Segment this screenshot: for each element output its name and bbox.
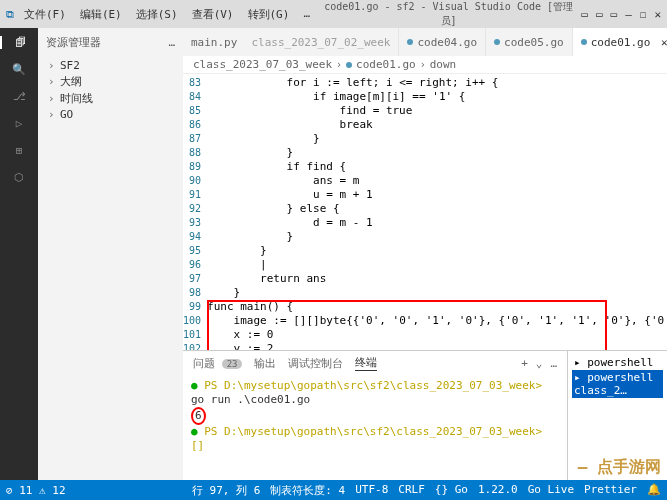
terminal[interactable]: ● PS D:\mysetup\gopath\src\sf2\class_202…: [183, 375, 567, 480]
breadcrumb[interactable]: class_2023_07_03_week› code01.go› down: [183, 56, 667, 74]
tree-label: 大纲: [60, 74, 82, 89]
status-go-version[interactable]: 1.22.0: [478, 483, 518, 498]
status-go-live[interactable]: Go Live: [528, 483, 574, 498]
menu-select[interactable]: 选择(S): [130, 5, 184, 24]
tree-label: SF2: [60, 59, 80, 72]
terminal-item[interactable]: ▸ powershell class_2…: [572, 370, 663, 398]
vscode-logo: ⧉: [6, 8, 14, 21]
menu-file[interactable]: 文件(F): [18, 5, 72, 24]
problems-badge: 23: [222, 359, 243, 369]
status-prettier[interactable]: Prettier: [584, 483, 637, 498]
terminal-list: ▸ powershell ▸ powershell class_2…: [567, 351, 667, 480]
status-problems[interactable]: ⊘ 11 ⚠ 12: [6, 484, 66, 497]
go-file-icon: [407, 39, 413, 45]
status-ln-col[interactable]: 行 97, 列 6: [192, 483, 260, 498]
go-file-icon: [494, 39, 500, 45]
sidebar-header: 资源管理器 …: [38, 28, 183, 56]
window-title: code01.go - sf2 - Visual Studio Code [管理…: [320, 0, 577, 28]
titlebar: ⧉ 文件(F) 编辑(E) 选择(S) 查看(V) 转到(G) … code01…: [0, 0, 667, 28]
tab-main-py[interactable]: main.py class_2023_07_02_week: [183, 28, 399, 56]
tree-item-timeline[interactable]: ›时间线: [48, 90, 173, 107]
editor-area: main.py class_2023_07_02_week code04.go …: [183, 28, 667, 480]
code-content[interactable]: for i := left; i <= right; i++ { if imag…: [207, 74, 667, 350]
tab-problems[interactable]: 问题 23: [193, 356, 242, 371]
terminal-item[interactable]: ▸ powershell: [572, 355, 663, 370]
tree-item-go[interactable]: ›GO: [48, 107, 173, 122]
search-icon[interactable]: 🔍: [12, 63, 26, 76]
tree-item-sf2[interactable]: ›SF2: [48, 58, 173, 73]
tab-debug-console[interactable]: 调试控制台: [288, 356, 343, 371]
extensions-icon[interactable]: ⊞: [16, 144, 23, 157]
status-indent[interactable]: 制表符长度: 4: [270, 483, 345, 498]
menu-bar: 文件(F) 编辑(E) 选择(S) 查看(V) 转到(G) …: [18, 5, 316, 24]
tab-code05[interactable]: code05.go: [486, 28, 573, 56]
bottom-panel: 问题 23 输出 调试控制台 终端 + ⌄ … ● PS D:\mysetup\…: [183, 350, 667, 480]
more-icon[interactable]: …: [550, 357, 557, 370]
sidebar: 资源管理器 … ›SF2 ›大纲 ›时间线 ›GO: [38, 28, 183, 480]
breadcrumb-item[interactable]: down: [430, 58, 457, 71]
tree-item-outline[interactable]: ›大纲: [48, 73, 173, 90]
close-tab-icon[interactable]: ✕: [654, 36, 667, 49]
menu-go[interactable]: 转到(G): [242, 5, 296, 24]
bell-icon[interactable]: 🔔: [647, 483, 661, 498]
editor-tabs: main.py class_2023_07_02_week code04.go …: [183, 28, 667, 56]
maximize-icon[interactable]: ☐: [640, 8, 647, 21]
source-control-icon[interactable]: ⎇: [13, 90, 26, 103]
breadcrumb-item[interactable]: class_2023_07_03_week: [193, 58, 332, 71]
breadcrumb-item[interactable]: code01.go: [356, 58, 416, 71]
output-highlight: 6: [191, 407, 206, 425]
add-terminal-icon[interactable]: +: [521, 357, 528, 370]
close-icon[interactable]: ✕: [654, 8, 661, 21]
remote-icon[interactable]: ⬡: [14, 171, 24, 184]
tab-terminal[interactable]: 终端: [355, 355, 377, 371]
line-gutter: 8384858687888990919293949596979899100101…: [183, 74, 207, 350]
menu-edit[interactable]: 编辑(E): [74, 5, 128, 24]
sidebar-toggle-icon[interactable]: ▭: [611, 8, 618, 21]
chevron-right-icon: ›: [48, 92, 56, 105]
menu-more[interactable]: …: [297, 5, 316, 24]
panel-tabs: 问题 23 输出 调试控制台 终端 + ⌄ …: [183, 351, 567, 375]
status-bar: ⊘ 11 ⚠ 12 行 97, 列 6 制表符长度: 4 UTF-8 CRLF …: [0, 480, 667, 500]
menu-view[interactable]: 查看(V): [186, 5, 240, 24]
chevron-down-icon[interactable]: ⌄: [536, 357, 543, 370]
more-icon[interactable]: …: [168, 36, 175, 49]
status-language[interactable]: {} Go: [435, 483, 468, 498]
explorer-icon[interactable]: 🗐: [0, 36, 38, 49]
tab-code04[interactable]: code04.go: [399, 28, 486, 56]
go-file-icon: [346, 62, 352, 68]
tab-code01[interactable]: code01.go ✕: [573, 28, 667, 56]
chevron-right-icon: ›: [48, 108, 56, 121]
panel-toggle-icon[interactable]: ▭: [596, 8, 603, 21]
tab-output[interactable]: 输出: [254, 356, 276, 371]
go-file-icon: [581, 39, 587, 45]
tree-label: 时间线: [60, 91, 93, 106]
status-encoding[interactable]: UTF-8: [355, 483, 388, 498]
layout-toggle-icon[interactable]: ▭: [581, 8, 588, 21]
chevron-right-icon: ›: [48, 75, 56, 88]
tree-label: GO: [60, 108, 73, 121]
chevron-right-icon: ›: [48, 59, 56, 72]
status-eol[interactable]: CRLF: [398, 483, 425, 498]
run-debug-icon[interactable]: ▷: [16, 117, 23, 130]
explorer-title: 资源管理器: [46, 35, 101, 50]
minimize-icon[interactable]: —: [625, 8, 632, 21]
editor-body[interactable]: 8384858687888990919293949596979899100101…: [183, 74, 667, 350]
activity-bar: 🗐 🔍 ⎇ ▷ ⊞ ⬡: [0, 28, 38, 480]
